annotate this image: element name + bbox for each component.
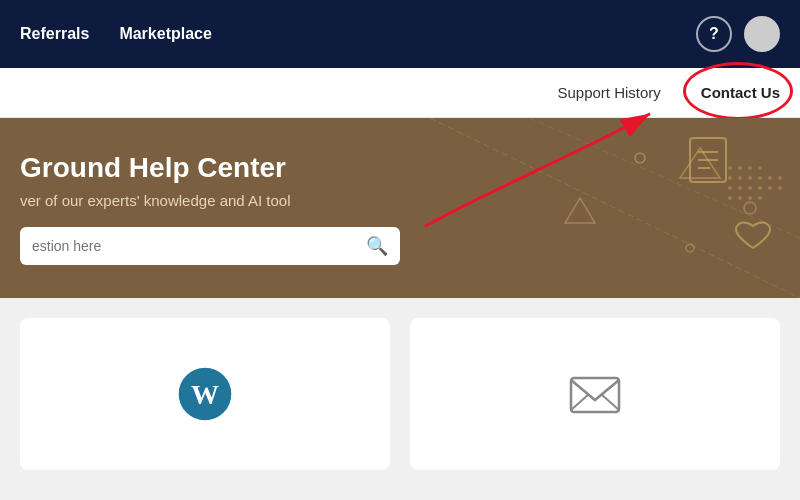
avatar[interactable] [744, 16, 780, 52]
svg-point-18 [758, 186, 762, 190]
svg-point-11 [728, 176, 732, 180]
search-input[interactable] [32, 238, 366, 254]
svg-point-13 [748, 176, 752, 180]
nav-referrals[interactable]: Referrals [20, 25, 89, 43]
svg-point-6 [686, 244, 694, 252]
nav-right: ? [696, 16, 780, 52]
svg-point-21 [748, 196, 752, 200]
svg-point-22 [758, 196, 762, 200]
svg-point-5 [744, 202, 756, 214]
svg-point-7 [728, 166, 732, 170]
sub-nav-links: Support History Contact Us [557, 84, 780, 102]
nav-left: Referrals Marketplace [20, 25, 212, 43]
hero-banner: Ground Help Center ver of our experts' k… [0, 118, 800, 298]
svg-point-20 [738, 196, 742, 200]
hero-decorations [380, 118, 800, 298]
svg-point-23 [768, 176, 772, 180]
svg-point-26 [778, 186, 782, 190]
hero-search-box: 🔍 [20, 227, 400, 265]
envelope-icon [567, 366, 623, 422]
nav-marketplace[interactable]: Marketplace [119, 25, 212, 43]
cards-section: W [0, 298, 800, 490]
svg-point-17 [748, 186, 752, 190]
svg-text:W: W [191, 379, 219, 410]
wordpress-card[interactable]: W [20, 318, 390, 470]
wordpress-icon: W [177, 366, 233, 422]
sub-navigation: Support History Contact Us [0, 68, 800, 118]
email-card[interactable] [410, 318, 780, 470]
svg-point-24 [778, 176, 782, 180]
top-navigation: Referrals Marketplace ? [0, 0, 800, 68]
svg-point-15 [728, 186, 732, 190]
svg-point-25 [768, 186, 772, 190]
contact-us-link[interactable]: Contact Us [701, 84, 780, 101]
svg-point-16 [738, 186, 742, 190]
svg-point-10 [758, 166, 762, 170]
svg-point-9 [748, 166, 752, 170]
svg-point-14 [758, 176, 762, 180]
svg-line-37 [601, 394, 619, 410]
svg-point-4 [635, 153, 645, 163]
help-button[interactable]: ? [696, 16, 732, 52]
svg-point-19 [728, 196, 732, 200]
svg-point-8 [738, 166, 742, 170]
contact-us-wrapper: Contact Us [701, 84, 780, 102]
svg-rect-35 [571, 378, 619, 412]
svg-line-36 [571, 394, 589, 410]
svg-point-12 [738, 176, 742, 180]
svg-marker-3 [565, 198, 595, 223]
support-history-link[interactable]: Support History [557, 84, 660, 101]
